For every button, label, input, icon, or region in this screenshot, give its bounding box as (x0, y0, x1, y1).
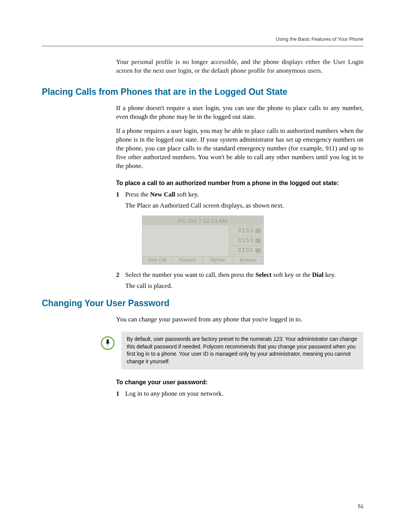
step-row: 1 Log in to any phone on your network. (116, 390, 363, 398)
note-callout: By default, user passwords are factory p… (101, 332, 363, 369)
text: Select the number you want to call, then… (125, 271, 255, 278)
intro-paragraph: Your personal profile is no longer acces… (116, 58, 363, 75)
phone-line-key: 3153 (229, 226, 263, 235)
body-paragraph: If a phone requires a user login, you ma… (116, 127, 363, 171)
step-text: Press the New Call soft key. (125, 190, 363, 199)
step-row: 2 Select the number you want to call, th… (116, 271, 363, 280)
pushpin-icon (101, 336, 115, 350)
softkey: New Call (143, 256, 172, 264)
line-number: 3153 (237, 227, 253, 234)
phone-icon (255, 248, 261, 253)
text: soft key or the (272, 271, 312, 278)
text: key. (323, 271, 336, 278)
section-heading-placing-calls: Placing Calls from Phones that are in th… (42, 87, 363, 97)
text: Press the (125, 191, 150, 198)
section-heading-changing-password: Changing Your User Password (42, 298, 363, 308)
step-text: Log in to any phone on your network. (125, 390, 363, 398)
page-number: 51 (358, 503, 363, 509)
procedure-heading: To place a call to an authorized number … (116, 180, 363, 187)
line-number: 3155 (237, 247, 253, 254)
step-row: 1 Press the New Call soft key. (116, 190, 363, 199)
procedure-heading: To change your user password: (116, 379, 363, 386)
body-paragraph: If a phone doesn't require a user login,… (116, 104, 363, 121)
bold-term: New Call (150, 191, 175, 198)
italic-term: 123 (273, 336, 282, 342)
header-rule (42, 46, 363, 46)
phone-line-key: 3153 (229, 236, 263, 245)
phone-icon (255, 238, 261, 243)
step-text: Select the number you want to call, then… (125, 271, 363, 280)
bold-term: Select (255, 271, 271, 278)
text: By default, user passwords are factory p… (127, 336, 273, 342)
text: soft key. (175, 191, 199, 198)
softkey: MyStat (203, 256, 233, 264)
softkey: Forward (173, 256, 202, 264)
softkey: Buddies (233, 256, 263, 264)
phone-icon (255, 228, 261, 233)
running-header: Using the Basic Features of Your Phone (42, 36, 363, 42)
step-number: 1 (116, 190, 125, 199)
bold-term: Dial (312, 271, 323, 278)
step-number: 2 (116, 271, 125, 280)
step-followup: The Place an Authorized Call screen disp… (125, 201, 363, 210)
phone-left-area (142, 225, 228, 256)
phone-screenshot: Fri. Oct 7 12:23 AM 3153 3153 3155 New C… (142, 216, 264, 265)
phone-line-key: 3155 (229, 246, 263, 255)
line-number: 3153 (237, 237, 253, 244)
phone-timestamp: Fri. Oct 7 12:23 AM (142, 216, 263, 225)
phone-softkeys: New Call Forward MyStat Buddies (142, 256, 263, 264)
note-text: By default, user passwords are factory p… (121, 332, 363, 369)
body-paragraph: You can change your password from any ph… (116, 315, 363, 324)
step-followup: The call is placed. (125, 282, 363, 291)
step-number: 1 (116, 390, 125, 398)
